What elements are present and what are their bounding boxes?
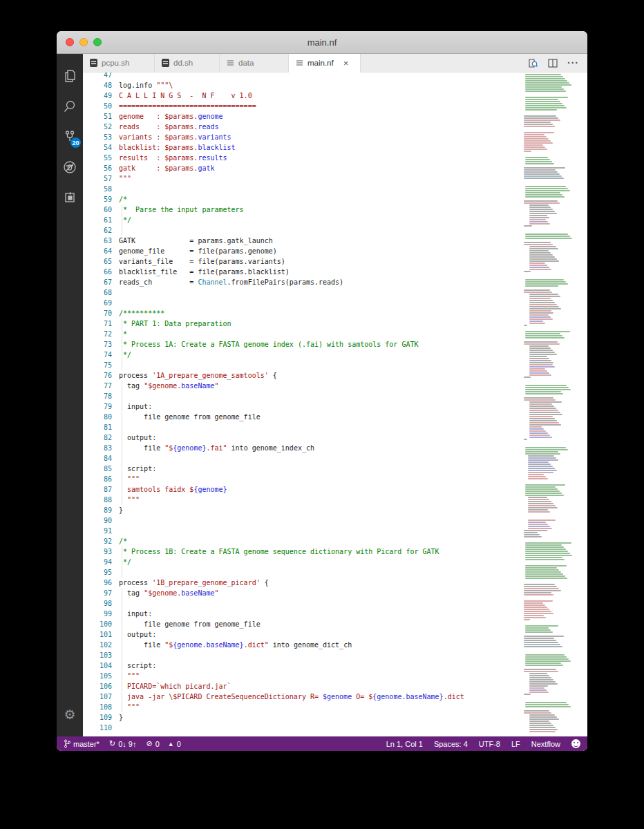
line-number[interactable]: 77 bbox=[83, 381, 112, 391]
line-number[interactable]: 58 bbox=[83, 184, 112, 194]
close-tab-icon[interactable]: × bbox=[343, 59, 349, 68]
minimap[interactable] bbox=[524, 74, 583, 736]
more-actions-icon[interactable]: ··· bbox=[567, 57, 579, 68]
minimize-window-button[interactable] bbox=[79, 38, 88, 46]
code-line[interactable]: 47 bbox=[83, 73, 521, 80]
line-number[interactable]: 90 bbox=[83, 515, 112, 526]
line-number[interactable]: 106 bbox=[83, 681, 112, 692]
code-line[interactable]: 98 bbox=[83, 598, 521, 609]
git-branch-status[interactable]: master* bbox=[64, 739, 100, 748]
search-icon[interactable] bbox=[57, 91, 83, 122]
line-number[interactable]: 64 bbox=[83, 246, 112, 256]
code-line[interactable]: 78 bbox=[83, 391, 521, 401]
eol-sequence[interactable]: LF bbox=[511, 740, 520, 748]
code-line[interactable]: 88 """ bbox=[83, 495, 521, 505]
line-number[interactable]: 67 bbox=[83, 277, 112, 287]
line-number[interactable]: 103 bbox=[83, 650, 112, 660]
code-line[interactable]: 105 """ bbox=[83, 671, 521, 681]
code-line[interactable]: 54blacklist: $params.blacklist bbox=[83, 142, 521, 153]
code-line[interactable]: 87 samtools faidx ${genome} bbox=[83, 484, 521, 495]
line-number[interactable]: 60 bbox=[83, 204, 112, 215]
debug-icon[interactable] bbox=[57, 152, 83, 182]
code-line[interactable]: 106 PICARD=`which picard.jar` bbox=[83, 681, 521, 692]
code-line[interactable]: 94 */ bbox=[83, 557, 521, 567]
tab-data[interactable]: data bbox=[220, 54, 289, 72]
code-line[interactable]: 92/* bbox=[83, 536, 521, 546]
line-number[interactable]: 100 bbox=[83, 619, 112, 629]
line-number[interactable]: 107 bbox=[83, 692, 112, 702]
code-line[interactable]: 63GATK = params.gatk_launch bbox=[83, 236, 521, 246]
open-changes-icon[interactable] bbox=[527, 58, 538, 68]
line-number[interactable]: 52 bbox=[83, 122, 112, 132]
code-line[interactable]: 95 bbox=[83, 567, 521, 578]
code-line[interactable]: 69 bbox=[83, 298, 521, 308]
code-line[interactable]: 110 bbox=[83, 723, 521, 733]
line-number[interactable]: 72 bbox=[83, 329, 112, 339]
line-number[interactable]: 57 bbox=[83, 173, 112, 184]
line-number[interactable]: 105 bbox=[83, 671, 112, 681]
code-line[interactable]: 76process '1A_prepare_genome_samtools' { bbox=[83, 370, 521, 381]
zoom-window-button[interactable] bbox=[93, 38, 102, 46]
line-number[interactable]: 74 bbox=[83, 350, 112, 360]
code-line[interactable]: 96process '1B_prepare_genome_picard' { bbox=[83, 578, 521, 588]
line-number[interactable]: 94 bbox=[83, 557, 112, 567]
line-number[interactable]: 55 bbox=[83, 153, 112, 163]
code-line[interactable]: 71 * PART 1: Data preparation bbox=[83, 318, 521, 329]
code-line[interactable]: 74 */ bbox=[83, 350, 521, 360]
line-number[interactable]: 63 bbox=[83, 236, 112, 246]
line-number[interactable]: 95 bbox=[83, 567, 112, 578]
code-line[interactable]: 83 file "${genome}.fai" into genome_inde… bbox=[83, 443, 521, 453]
code-line[interactable]: 66blacklist_file = file(params.blacklist… bbox=[83, 267, 521, 277]
line-number[interactable]: 109 bbox=[83, 712, 112, 723]
close-window-button[interactable] bbox=[66, 38, 74, 46]
line-number[interactable]: 88 bbox=[83, 495, 112, 505]
code-line[interactable]: 107 java -jar \$PICARD CreateSequenceDic… bbox=[83, 692, 521, 702]
code-line[interactable]: 93 * Process 1B: Create a FASTA genome s… bbox=[83, 546, 521, 557]
line-number[interactable]: 87 bbox=[83, 484, 112, 495]
line-number[interactable]: 50 bbox=[83, 101, 112, 111]
line-number[interactable]: 80 bbox=[83, 412, 112, 422]
code-line[interactable]: 62 bbox=[83, 225, 521, 236]
line-number[interactable]: 47 bbox=[83, 73, 112, 80]
line-number[interactable]: 102 bbox=[83, 640, 112, 650]
code-line[interactable]: 57""" bbox=[83, 173, 521, 184]
settings-gear-icon[interactable]: ⚙ bbox=[57, 701, 83, 728]
line-number[interactable]: 85 bbox=[83, 464, 112, 474]
sync-status[interactable]: ↻ 0↓ 9↑ bbox=[109, 739, 137, 748]
code-line[interactable]: 52reads : $params.reads bbox=[83, 122, 521, 132]
code-line[interactable]: 75 bbox=[83, 360, 521, 370]
explorer-icon[interactable] bbox=[57, 61, 83, 91]
line-number[interactable]: 73 bbox=[83, 339, 112, 350]
line-number[interactable]: 96 bbox=[83, 578, 112, 588]
line-number[interactable]: 79 bbox=[83, 401, 112, 412]
indentation[interactable]: Spaces: 4 bbox=[434, 740, 468, 748]
code-line[interactable]: 67reads_ch = Channel.fromFilePairs(param… bbox=[83, 277, 521, 287]
feedback-smiley-icon[interactable] bbox=[571, 739, 580, 748]
code-editor[interactable]: 4748log.info """\49C A L L I N G S - N F… bbox=[83, 73, 587, 736]
line-number[interactable]: 83 bbox=[83, 443, 112, 453]
code-line[interactable]: 81 bbox=[83, 422, 521, 432]
code-line[interactable]: 68 bbox=[83, 287, 521, 298]
code-line[interactable]: 99 input: bbox=[83, 609, 521, 619]
code-line[interactable]: 61 */ bbox=[83, 215, 521, 225]
code-line[interactable]: 55results : $params.results bbox=[83, 153, 521, 163]
tab-main-nf[interactable]: main.nf × bbox=[289, 54, 361, 73]
source-control-icon[interactable]: 20 bbox=[57, 122, 83, 152]
line-number[interactable]: 75 bbox=[83, 360, 112, 370]
code-line[interactable]: 101 output: bbox=[83, 629, 521, 640]
line-number[interactable]: 61 bbox=[83, 215, 112, 225]
code-line[interactable]: 80 file genome from genome_file bbox=[83, 412, 521, 422]
line-number[interactable]: 93 bbox=[83, 546, 112, 557]
split-editor-icon[interactable] bbox=[548, 59, 558, 68]
line-number[interactable]: 66 bbox=[83, 267, 112, 277]
code-line[interactable]: 103 bbox=[83, 650, 521, 660]
line-number[interactable]: 81 bbox=[83, 422, 112, 432]
line-number[interactable]: 89 bbox=[83, 505, 112, 515]
code-line[interactable]: 53variants : $params.variants bbox=[83, 132, 521, 142]
code-line[interactable]: 56gatk : $params.gatk bbox=[83, 163, 521, 173]
code-line[interactable]: 91 bbox=[83, 526, 521, 536]
line-number[interactable]: 53 bbox=[83, 132, 112, 142]
code-line[interactable]: 49C A L L I N G S - N F v 1.0 bbox=[83, 90, 521, 101]
tab-pcpu-sh[interactable]: pcpu.sh bbox=[83, 54, 155, 72]
code-line[interactable]: 58 bbox=[83, 184, 521, 194]
